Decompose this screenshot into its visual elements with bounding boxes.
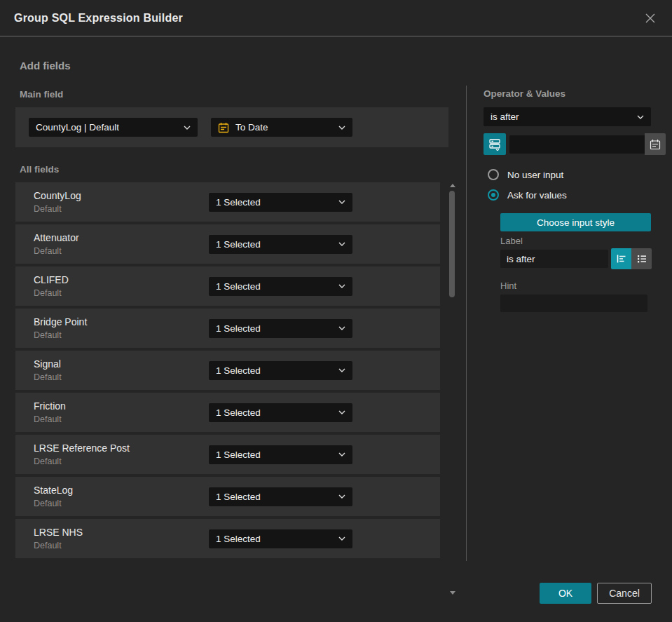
value-input-group	[509, 133, 666, 155]
field-selection-dropdown[interactable]: 1 Selected	[209, 445, 352, 464]
field-subtitle: Default	[34, 541, 83, 550]
field-selection-value: 1 Selected	[216, 534, 261, 544]
field-info: CLIFED Default	[34, 274, 69, 298]
choose-input-style-button[interactable]: Choose input style	[500, 213, 651, 231]
field-row: Friction Default 1 Selected	[15, 393, 440, 432]
field-name: Signal	[34, 358, 62, 370]
stacked-values-icon	[488, 137, 501, 151]
field-row: Bridge Point Default 1 Selected	[15, 309, 440, 348]
main-field-type-value: To Date	[235, 122, 268, 133]
close-button[interactable]	[643, 11, 658, 26]
add-fields-heading: Add fields	[20, 60, 71, 72]
date-picker-button[interactable]	[645, 133, 666, 155]
field-info: Friction Default	[34, 400, 66, 424]
panel-divider	[466, 86, 467, 561]
radio-icon	[488, 189, 499, 201]
field-selection-value: 1 Selected	[216, 323, 261, 334]
field-info: LRSE Reference Post Default	[34, 442, 130, 466]
field-selection-dropdown[interactable]: 1 Selected	[209, 277, 352, 296]
field-selection-dropdown[interactable]: 1 Selected	[209, 319, 352, 338]
all-fields-heading: All fields	[20, 164, 59, 175]
chevron-down-icon	[338, 494, 345, 499]
main-field-type-select[interactable]: To Date	[211, 118, 352, 137]
field-name: LRSE NHS	[34, 527, 83, 538]
field-info: Signal Default	[34, 358, 62, 382]
field-subtitle: Default	[34, 288, 69, 298]
field-subtitle: Default	[34, 414, 66, 424]
chevron-down-icon	[338, 284, 345, 288]
main-field-select[interactable]: CountyLog | Default	[29, 118, 198, 137]
field-selection-value: 1 Selected	[216, 365, 261, 376]
field-selection-dropdown[interactable]: 1 Selected	[209, 403, 352, 422]
field-name: LRSE Reference Post	[34, 442, 130, 454]
field-subtitle: Default	[34, 499, 73, 508]
unique-values-button[interactable]	[484, 133, 506, 155]
field-row: StateLog Default 1 Selected	[15, 477, 440, 516]
field-selection-dropdown[interactable]: 1 Selected	[209, 235, 352, 254]
field-selection-value: 1 Selected	[216, 492, 261, 502]
align-left-icon	[616, 253, 627, 264]
all-fields-list: CountyLog Default 1 Selected Attenuator …	[15, 182, 440, 561]
cancel-button[interactable]: Cancel	[597, 583, 652, 604]
calendar-icon	[650, 139, 661, 150]
field-selection-value: 1 Selected	[216, 449, 261, 460]
calendar-icon	[218, 122, 229, 133]
scrollbar-thumb[interactable]	[449, 191, 455, 297]
field-name: Bridge Point	[34, 316, 87, 327]
dialog-header: Group SQL Expression Builder	[0, 0, 672, 36]
field-row: CLIFED Default 1 Selected	[15, 266, 440, 306]
value-row	[484, 133, 651, 155]
dialog-title: Group SQL Expression Builder	[14, 12, 183, 25]
chevron-down-icon	[184, 126, 191, 130]
field-selection-dropdown[interactable]: 1 Selected	[209, 193, 352, 212]
chevron-down-icon	[338, 410, 345, 414]
field-row: CountyLog Default 1 Selected	[15, 182, 440, 222]
field-selection-value: 1 Selected	[216, 197, 261, 208]
field-info: Attenuator Default	[34, 232, 79, 256]
field-subtitle: Default	[34, 372, 62, 382]
chevron-down-icon	[338, 200, 345, 204]
label-row	[500, 248, 652, 269]
field-row: Attenuator Default 1 Selected	[15, 224, 440, 264]
chevron-down-icon	[338, 452, 345, 457]
field-selection-dropdown[interactable]: 1 Selected	[209, 361, 352, 380]
operator-select[interactable]: is after	[484, 107, 651, 126]
field-subtitle: Default	[34, 204, 81, 214]
list-input-style-button[interactable]	[631, 248, 652, 269]
field-selection-dropdown[interactable]: 1 Selected	[209, 529, 352, 548]
field-info: LRSE NHS Default	[34, 527, 83, 550]
all-fields-scrollbar[interactable]	[448, 184, 457, 595]
field-selection-value: 1 Selected	[216, 407, 261, 418]
chevron-down-icon	[338, 242, 345, 246]
hint-label: Hint	[500, 280, 516, 291]
radio-icon	[488, 169, 499, 180]
dialog-content: Add fields Main field CountyLog | Defaul…	[0, 36, 672, 622]
value-input[interactable]	[509, 135, 645, 154]
scroll-up-icon[interactable]	[450, 184, 455, 187]
field-name: Friction	[34, 400, 66, 412]
field-selection-dropdown[interactable]: 1 Selected	[209, 487, 352, 506]
close-icon	[645, 13, 656, 24]
field-name: StateLog	[34, 485, 73, 496]
radio-ask-for-values[interactable]: Ask for values	[488, 189, 567, 201]
label-input[interactable]	[500, 250, 608, 268]
field-selection-value: 1 Selected	[216, 239, 261, 250]
ok-button[interactable]: OK	[540, 583, 591, 604]
field-subtitle: Default	[34, 330, 87, 340]
chevron-down-icon	[338, 326, 345, 330]
main-field-heading: Main field	[20, 89, 63, 100]
chevron-down-icon	[338, 126, 345, 130]
chevron-down-icon	[338, 368, 345, 372]
bullet-list-icon	[636, 253, 647, 264]
chevron-down-icon	[637, 115, 644, 119]
hint-input[interactable]	[500, 295, 647, 312]
field-info: StateLog Default	[34, 485, 73, 508]
field-selection-value: 1 Selected	[216, 281, 261, 292]
scroll-down-icon[interactable]	[450, 591, 455, 595]
field-row: Signal Default 1 Selected	[15, 351, 440, 390]
radio-no-user-input[interactable]: No user input	[488, 169, 563, 180]
chevron-down-icon	[338, 536, 345, 541]
label-label: Label	[500, 236, 523, 246]
main-field-select-value: CountyLog | Default	[36, 122, 119, 133]
single-input-style-button[interactable]	[611, 248, 631, 269]
